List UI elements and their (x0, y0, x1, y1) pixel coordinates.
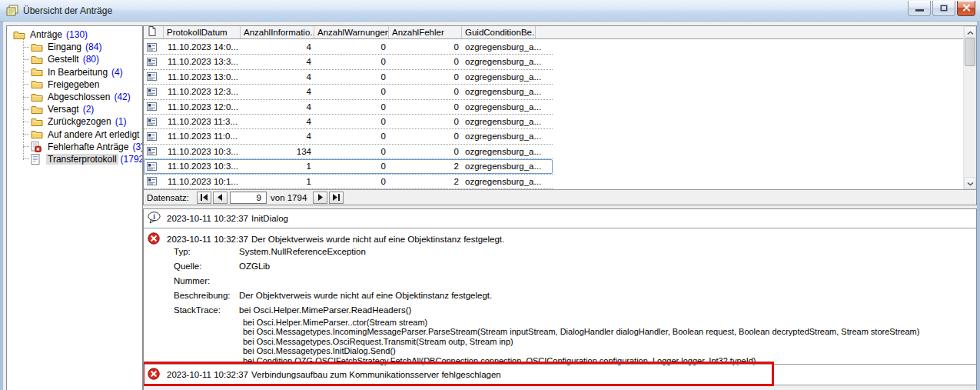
table-row[interactable]: 11.10.2023 11:3...400ozgregensburg_a... (144, 115, 553, 129)
cell-protokolldatum: 11.10.2023 13:0... (164, 70, 241, 84)
log-separator (144, 228, 976, 228)
table-row[interactable]: 11.10.2023 12:0...400ozgregensburg_a... (144, 100, 553, 115)
tree-item-freigegeben[interactable]: Freigegeben (7, 78, 142, 91)
tree-item-versagt[interactable]: Versagt(2) (7, 103, 142, 115)
cell-protokolldatum: 11.10.2023 10:3... (164, 145, 241, 158)
cell-anzahlinformationen: 4 (241, 115, 314, 128)
cell-anzahlinformationen: 4 (241, 70, 314, 84)
table-row[interactable]: 11.10.2023 14:0...400ozgregensburg_a... (144, 40, 553, 55)
tree-item-label: Eingang (46, 42, 83, 52)
record-icon (144, 85, 164, 98)
cell-anzahlfehler: 2 (389, 159, 462, 173)
tree-guide (23, 146, 29, 147)
tree-item-label: Anträge (28, 29, 64, 40)
tree-item-zurückgezogen[interactable]: Zurückgezogen(1) (7, 115, 142, 128)
cell-anzahlinformationen: 4 (241, 40, 314, 54)
tree-guide (23, 134, 29, 135)
next-record-button[interactable] (313, 192, 327, 204)
table-row[interactable]: 11.10.2023 10:3...13400ozgregensburg_a..… (144, 145, 553, 159)
first-record-icon (200, 193, 208, 202)
log-timestamp: 2023-10-11 10:32:37 (167, 213, 251, 224)
tree-guide (23, 59, 29, 60)
scroll-up-button[interactable] (964, 26, 976, 38)
tree-item-fehlerhafte-anträge[interactable]: Fehlerhafte Anträge(3) (7, 141, 142, 153)
tree-item-anträge[interactable]: Anträge(130) (7, 28, 142, 41)
cell-anzahlfehler: 0 (389, 145, 462, 158)
record-icon (144, 115, 164, 128)
cell-guidcondition: ozgregensburg_a... (462, 115, 553, 128)
record-count-label: von 1794 (271, 193, 307, 202)
tree-item-label: Auf andere Art erledigt (46, 129, 141, 140)
tree-item-eingang[interactable]: Eingang(84) (7, 41, 142, 53)
folder-icon (31, 79, 43, 90)
last-record-button[interactable] (329, 192, 344, 204)
window-content: Anträge(130)Eingang(84)Gestellt(80)In Be… (3, 22, 977, 390)
tree-panel: Anträge(130)Eingang(84)Gestellt(80)In Be… (6, 25, 143, 390)
maximize-button[interactable] (932, 1, 955, 16)
table-row[interactable]: 11.10.2023 12:3...400ozgregensburg_a... (144, 85, 553, 99)
log-message: Der Objektverweis wurde nicht auf eine O… (251, 234, 504, 245)
scroll-down-button[interactable] (964, 177, 976, 189)
cell-protokolldatum: 11.10.2023 12:0... (164, 100, 241, 114)
column-header-icon[interactable] (144, 26, 164, 38)
error-field-label: Typ: (174, 245, 239, 259)
table-row[interactable]: 11.10.2023 10:1...102ozgregensburg_a... (144, 175, 553, 189)
column-header-anzahlfehler[interactable]: AnzahlFehler (389, 26, 462, 38)
column-header-anzahlinformatio[interactable]: AnzahlInformatio... (241, 26, 314, 38)
column-header-anzahlwarnungen[interactable]: AnzahlWarnungen (314, 26, 389, 38)
tree-item-auf-andere-art-erledigt[interactable]: Auf andere Art erledigt(1) (7, 128, 142, 141)
tree-item-label: Zurückgezogen (46, 116, 113, 127)
cell-anzahlinformationen: 4 (241, 85, 314, 98)
record-icon (144, 159, 164, 173)
tree-item-in-bearbeitung[interactable]: In Bearbeitung(4) (7, 66, 142, 78)
cell-protokolldatum: 11.10.2023 12:3... (164, 85, 241, 98)
next-record-icon (317, 193, 324, 202)
close-icon (962, 4, 971, 13)
error-field-label: StackTrace: (174, 303, 239, 318)
cell-guidcondition: ozgregensburg_a... (462, 159, 553, 173)
log-empty-area (144, 385, 976, 390)
error-fields: Typ:System.NullReferenceExceptionQuelle:… (174, 245, 492, 318)
tree-item-label: Transferprotokoll (46, 154, 118, 165)
scrollbar-thumb[interactable] (965, 38, 975, 66)
column-header-protokolldatum[interactable]: ProtokollDatum (164, 26, 241, 38)
tree-guide (23, 97, 29, 98)
previous-record-button[interactable] (213, 192, 228, 204)
first-record-button[interactable] (197, 192, 211, 204)
scroll-down-icon (967, 178, 974, 188)
record-number-input[interactable] (230, 192, 267, 204)
tree-item-transferprotokoll[interactable]: Transferprotokoll(1792) (7, 153, 142, 165)
cell-protokolldatum: 11.10.2023 10:1... (164, 175, 241, 188)
stacktrace-lines: bei Osci.Helper.MimeParser..ctor(Stream … (243, 318, 919, 365)
stacktrace-line: bei Osci.Messagetypes.IncomingMessagePar… (243, 327, 919, 336)
error-field-label: Quelle: (174, 259, 239, 274)
tree-item-label: Abgeschlossen (46, 92, 111, 102)
error-field-nummer: Nummer: (174, 274, 492, 288)
grid-vertical-scrollbar[interactable] (963, 26, 976, 189)
tree-item-abgeschlossen[interactable]: Abgeschlossen(42) (7, 91, 142, 103)
table-row[interactable]: 11.10.2023 13:0...400ozgregensburg_a... (144, 70, 553, 85)
tree-guide (23, 109, 29, 110)
error-page-icon (31, 142, 43, 152)
column-header-guidconditionbe[interactable]: GuidConditionBe... (462, 26, 536, 38)
error-circle-icon (148, 368, 161, 380)
cell-anzahlinformationen: 4 (241, 55, 314, 68)
error-field-value: System.NullReferenceException (239, 245, 366, 259)
tree-item-gestellt[interactable]: Gestellt(80) (7, 53, 142, 65)
tree-item-label: Versagt (46, 104, 81, 115)
cell-guidcondition: ozgregensburg_a... (462, 55, 553, 68)
table-row[interactable]: 11.10.2023 13:3...400ozgregensburg_a... (144, 55, 553, 69)
close-button[interactable] (957, 1, 975, 16)
table-row[interactable]: 11.10.2023 11:0...400ozgregensburg_a... (144, 129, 553, 144)
table-row[interactable]: 11.10.2023 10:3...102ozgregensburg_a... (144, 159, 553, 174)
tree-guide (23, 158, 29, 159)
error-circle-icon (148, 232, 161, 245)
cell-guidcondition: ozgregensburg_a... (462, 175, 553, 188)
record-icon (144, 175, 164, 188)
folder-icon (31, 116, 43, 127)
cell-anzahlwarnungen: 0 (314, 129, 389, 143)
record-icon (144, 145, 164, 158)
minimize-button[interactable] (908, 1, 931, 16)
cell-guidcondition: ozgregensburg_a... (462, 129, 553, 143)
tree-item-count: (130) (66, 29, 88, 40)
